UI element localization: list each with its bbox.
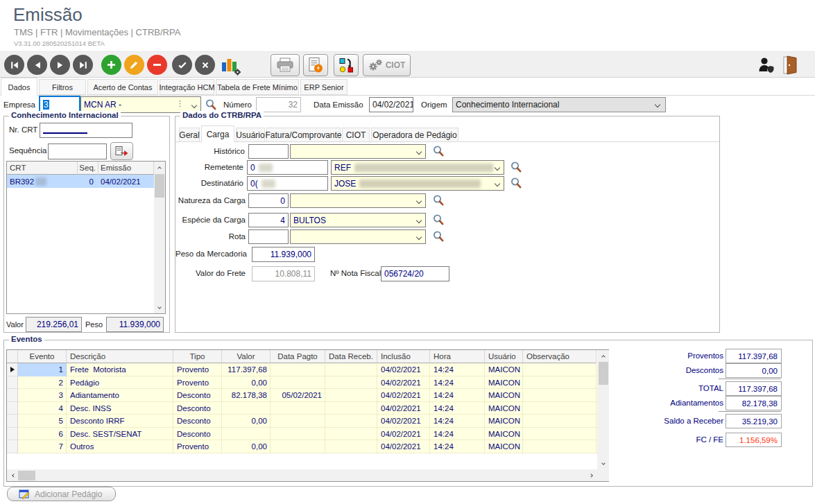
especie-code-input[interactable]: 4 bbox=[248, 213, 289, 227]
eventos-col-header[interactable]: Descrição bbox=[67, 350, 173, 363]
natureza-combo[interactable] bbox=[290, 193, 426, 208]
row-selector[interactable] bbox=[7, 376, 18, 390]
cancel-button[interactable] bbox=[195, 55, 215, 75]
valor-frete-input[interactable]: 10.808,11 bbox=[252, 266, 315, 281]
table-cell: MAICON bbox=[485, 428, 523, 441]
report-exec-button[interactable] bbox=[303, 54, 328, 76]
destinatario-search-icon[interactable] bbox=[510, 177, 522, 189]
data-emissao-input[interactable]: 04/02/2021 bbox=[369, 97, 413, 112]
especie-search-icon[interactable] bbox=[432, 214, 445, 226]
process-button[interactable] bbox=[334, 54, 359, 76]
eventos-col-header[interactable]: Usuário bbox=[485, 350, 523, 363]
row-selector[interactable] bbox=[7, 440, 18, 453]
user-permissions-icon[interactable] bbox=[757, 56, 775, 74]
ctrb-tab-usu-rio[interactable]: Usuário bbox=[236, 128, 265, 142]
nav-next-button[interactable] bbox=[50, 55, 70, 75]
eventos-col-header[interactable]: Tipo bbox=[173, 350, 222, 363]
main-tab-acerto-de-contas[interactable]: Acerto de Contas bbox=[87, 79, 158, 95]
historico-search-icon[interactable] bbox=[432, 145, 445, 157]
add-button[interactable] bbox=[101, 55, 121, 75]
origem-select[interactable]: Conhecimento Internacional bbox=[452, 97, 666, 112]
main-tabstrip: DadosFiltrosAcerto de ContasIntegração H… bbox=[0, 78, 815, 96]
table-cell bbox=[271, 402, 325, 415]
exit-door-icon[interactable] bbox=[782, 55, 798, 75]
table-cell: 5 bbox=[18, 415, 67, 428]
eventos-hscrollbar[interactable] bbox=[7, 469, 597, 481]
table-cell: Adiantamento bbox=[67, 389, 173, 402]
table-cell: 3 bbox=[18, 389, 67, 402]
sequencia-go-button[interactable] bbox=[110, 142, 133, 160]
rota-search-icon[interactable] bbox=[432, 230, 445, 243]
nav-prev-button[interactable] bbox=[27, 55, 47, 75]
rota-combo[interactable] bbox=[290, 229, 426, 244]
natureza-search-icon[interactable] bbox=[432, 194, 445, 207]
especie-combo[interactable]: BULTOS bbox=[290, 213, 426, 227]
page-title: Emissão bbox=[13, 4, 83, 26]
eventos-col-header[interactable]: Valor bbox=[222, 350, 271, 363]
adicionar-pedagio-button[interactable]: Adicionar Pedágio bbox=[7, 487, 116, 501]
eventos-col-header[interactable]: Data Receb. bbox=[325, 350, 377, 363]
numero-input[interactable]: 32 bbox=[256, 97, 301, 112]
table-cell: 82.178,38 bbox=[222, 389, 271, 402]
toll-window-icon bbox=[19, 489, 31, 499]
crt-grid-selected-row[interactable]: BR392 0 04/02/2021 bbox=[7, 175, 154, 188]
eventos-col-header[interactable]: Hora bbox=[430, 350, 485, 363]
table-cell: MAICON bbox=[485, 402, 523, 415]
eventos-grid[interactable]: EventoDescriçãoTipoValorData PagtoData R… bbox=[6, 349, 609, 482]
main-tab-tabela-de-frete-m-nimo[interactable]: Tabela de Frete Mínimo bbox=[216, 79, 299, 95]
table-cell: 04/02/2021 bbox=[377, 376, 430, 390]
crt-grid-vscrollbar[interactable] bbox=[154, 162, 165, 313]
ctrb-tab-ciot[interactable]: CIOT bbox=[342, 128, 370, 142]
sequencia-input[interactable] bbox=[48, 144, 107, 159]
current-row-marker[interactable] bbox=[7, 363, 18, 376]
table-cell bbox=[325, 363, 377, 376]
row-selector[interactable] bbox=[7, 389, 18, 402]
row-selector-header[interactable] bbox=[7, 350, 18, 363]
crt-col-header[interactable]: CRT bbox=[7, 162, 78, 175]
emissao-col-header[interactable]: Emissão bbox=[98, 162, 154, 175]
chart-button[interactable] bbox=[220, 55, 242, 76]
remetente-search-icon[interactable] bbox=[510, 161, 522, 173]
eventos-col-header[interactable]: Evento bbox=[18, 350, 67, 363]
edit-button[interactable] bbox=[124, 55, 144, 75]
nav-last-button[interactable] bbox=[73, 55, 93, 75]
destinatario-code-input[interactable]: 0( bbox=[247, 176, 328, 191]
nota-fiscal-input[interactable]: 056724/20 bbox=[381, 266, 449, 281]
summary-value-box: 82.178,38 bbox=[726, 396, 782, 410]
nr-crt-input[interactable] bbox=[40, 123, 132, 138]
ctrb-tab-fatura-comprovante[interactable]: Fatura/Comprovante bbox=[266, 128, 341, 142]
ciot-button[interactable]: CIOT bbox=[363, 54, 411, 76]
peso-mercadoria-input[interactable]: 11.939,000 bbox=[252, 247, 315, 262]
crt-grid[interactable]: CRT Seq. Emissão BR392 0 04/02/2021 bbox=[6, 161, 166, 314]
ctrb-tab-operadora-de-ped-gio[interactable]: Operadora de Pedágio bbox=[371, 128, 458, 142]
main-tab-integra-o-hcm[interactable]: Integração HCM bbox=[160, 79, 214, 95]
remetente-combo[interactable]: REF bbox=[331, 160, 504, 175]
historico-combo[interactable] bbox=[290, 144, 426, 159]
table-cell: 4 bbox=[18, 402, 67, 415]
table-cell bbox=[325, 389, 377, 402]
delete-button[interactable] bbox=[147, 55, 167, 75]
ctrb-tab-geral[interactable]: Geral bbox=[179, 128, 200, 142]
confirm-button[interactable] bbox=[172, 55, 192, 75]
row-selector[interactable] bbox=[7, 428, 18, 441]
table-cell: 14:24 bbox=[430, 363, 485, 376]
natureza-code-input[interactable]: 0 bbox=[248, 193, 289, 208]
print-button[interactable] bbox=[271, 54, 300, 76]
ctrb-tab-carga[interactable]: Carga bbox=[201, 125, 234, 142]
rota-code-input[interactable] bbox=[248, 229, 289, 244]
table-cell: 14:24 bbox=[430, 389, 485, 402]
main-tab-erp-senior[interactable]: ERP Senior bbox=[300, 79, 348, 95]
remetente-code-input[interactable]: 0 bbox=[247, 160, 328, 175]
seq-col-header[interactable]: Seq. bbox=[78, 162, 98, 175]
nav-first-button[interactable] bbox=[4, 55, 24, 75]
destinatario-combo[interactable]: JOSE bbox=[331, 176, 504, 191]
eventos-col-header[interactable]: Data Pagto bbox=[271, 350, 325, 363]
main-tab-filtros[interactable]: Filtros bbox=[39, 79, 86, 95]
empresa-search-icon[interactable] bbox=[205, 98, 217, 111]
row-selector[interactable] bbox=[7, 415, 18, 428]
table-cell bbox=[325, 415, 377, 428]
row-selector[interactable] bbox=[7, 402, 18, 415]
historico-code-input[interactable] bbox=[248, 144, 289, 159]
eventos-col-header[interactable]: Inclusão bbox=[377, 350, 430, 363]
main-tab-dados[interactable]: Dados bbox=[1, 78, 37, 96]
